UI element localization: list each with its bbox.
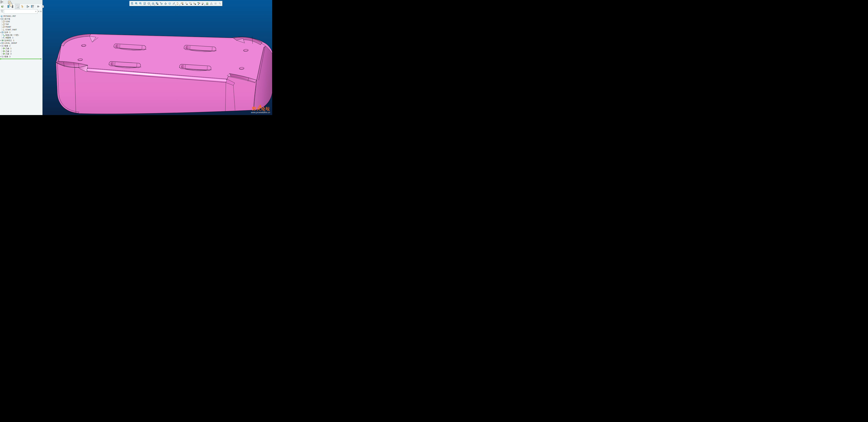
spin-center-icon[interactable] — [197, 2, 200, 5]
tree-connector — [2, 51, 2, 52]
tree-item-label: 设计项 — [4, 18, 10, 21]
tree-item-label: LOCAL_GROUP — [4, 42, 17, 44]
toolbar-separator — [25, 5, 25, 8]
tree-item-label: FRONT — [5, 26, 11, 28]
tree-item-label: 镜像 3 — [4, 55, 10, 58]
tree-filter-bar: ✕ ▼ + — [0, 9, 42, 14]
more-icon[interactable] — [36, 4, 40, 8]
navigator-header — [0, 0, 42, 4]
tree-item-label: 拉伸切口 1 — [4, 39, 14, 42]
navigator-toolbar — [0, 4, 42, 9]
filter-dropdown-icon[interactable]: ▼ — [38, 10, 39, 12]
expand-arrow-icon[interactable] — [1, 32, 1, 33]
zoom-in-icon[interactable] — [135, 2, 138, 5]
tree-item-prt0001[interactable]: PRT0001.PRT — [0, 15, 42, 18]
annotation-display-icon[interactable] — [202, 2, 205, 5]
funnel-icon — [1, 10, 3, 13]
orient-mode-icon[interactable] — [160, 2, 163, 5]
transparent-box-icon[interactable] — [168, 2, 171, 5]
expand-arrow-icon[interactable] — [1, 43, 1, 44]
detach-doc-icon[interactable] — [41, 4, 45, 8]
navigator-panel: ✕ ▼ + PRT0001.PRT 设计项 SIDE TOP FRONT STA… — [0, 0, 42, 115]
zoom-out-icon[interactable] — [139, 2, 142, 5]
tree-item-label: START_PART — [5, 28, 17, 31]
clear-filter-icon[interactable]: ✕ — [35, 10, 37, 12]
axis-display-icon[interactable] — [185, 2, 188, 5]
analysis-icon[interactable] — [210, 2, 213, 5]
tree-item-side[interactable]: SIDE — [0, 20, 42, 23]
tree-filter-input[interactable] — [5, 10, 35, 13]
tree-connector — [2, 24, 2, 25]
tree-columns-icon[interactable] — [30, 4, 34, 8]
drag-box-icon[interactable] — [164, 2, 167, 5]
expand-arrow-icon[interactable] — [1, 40, 1, 41]
flame-icon — [258, 104, 262, 109]
tree-item-label: 凸缘 2 — [5, 50, 11, 53]
tree-connector — [2, 30, 2, 30]
folder-browser-icon[interactable] — [8, 1, 12, 8]
watermark: 野火论坛 www.proewildfire.cn — [251, 107, 270, 113]
tree-item-front[interactable]: FRONT — [0, 26, 42, 28]
watermark-title: 野火论坛 — [252, 107, 270, 111]
section-icon[interactable] — [172, 2, 175, 5]
tree-item-round-1[interactable]: 倒圆角 1 — [0, 36, 42, 39]
toolbar-separator — [35, 5, 35, 8]
tree-item-top[interactable]: TOP — [0, 23, 42, 26]
tree-item-convert-first-wall[interactable]: 转换(第一个壁) — [0, 34, 42, 37]
tree-filter-icon[interactable] — [26, 4, 30, 8]
tree-item-design-items[interactable]: 设计项 — [0, 18, 42, 21]
datum-filters-icon[interactable] — [176, 2, 180, 5]
navigator-tree-icon[interactable] — [1, 1, 3, 4]
insert-indicator[interactable] — [0, 59, 41, 59]
in-graphics-toolbar — [129, 1, 222, 6]
sketch-display-icon[interactable] — [206, 2, 209, 5]
model-tree-icon[interactable] — [1, 4, 4, 8]
view-manager-icon[interactable] — [156, 2, 159, 5]
tree-item-label: 镜像 2 — [4, 44, 10, 47]
add-filter-icon[interactable]: + — [40, 10, 42, 13]
tree-item-label: 倒圆角 1 — [5, 36, 13, 39]
saved-orientations-icon[interactable] — [151, 2, 155, 5]
model-part[interactable] — [56, 34, 272, 114]
tree-item-extrude-cut-1[interactable]: 拉伸切口 1 — [0, 39, 42, 42]
watermark-url: www.proewildfire.cn — [251, 111, 270, 113]
expand-arrow-icon[interactable] — [1, 19, 1, 20]
expand-arrow-icon[interactable] — [1, 45, 1, 46]
tree-item-label: 凸缘 3 — [5, 53, 11, 55]
tree-item-label: 拉伸 1 — [4, 31, 10, 34]
refit-icon[interactable] — [130, 2, 134, 5]
tree-connector — [2, 35, 2, 35]
settings-panel-icon[interactable] — [15, 4, 20, 9]
tree-item-start-part[interactable]: START_PART — [0, 28, 42, 31]
tree-item-label: TOP — [5, 23, 9, 26]
tree-item-flange-2[interactable]: 凸缘 2 — [0, 50, 42, 53]
model-tree: PRT0001.PRT 设计项 SIDE TOP FRONT START_PAR… — [0, 14, 42, 58]
tree-item-label: 凸缘 1 — [5, 47, 11, 50]
tree-item-label: SIDE — [5, 20, 10, 23]
plane-display-icon[interactable] — [181, 2, 184, 5]
toolbar-separator — [5, 5, 5, 8]
resume-icon[interactable] — [218, 2, 221, 5]
tree-item-local-group[interactable]: LOCAL_GROUP — [0, 42, 42, 44]
tree-item-mirror-2[interactable]: 镜像 2 — [0, 44, 42, 47]
tree-item-label: PRT0001.PRT — [3, 15, 16, 18]
display-style-icon[interactable] — [147, 2, 150, 5]
tree-item-flange-1[interactable]: 凸缘 1 — [0, 47, 42, 50]
tree-item-extrude-1[interactable]: 拉伸 1 — [0, 31, 42, 34]
tree-item-label: 转换(第一个壁) — [5, 34, 19, 37]
tree-item-flange-3[interactable]: 凸缘 3 — [0, 53, 42, 55]
expand-arrow-icon[interactable] — [1, 56, 1, 57]
repaint-icon[interactable] — [143, 2, 146, 5]
csys-display-icon[interactable] — [193, 2, 196, 5]
select-hand-icon[interactable] — [20, 4, 24, 8]
point-display-icon[interactable] — [189, 2, 192, 5]
tree-item-mirror-3[interactable]: 镜像 3 — [0, 55, 42, 58]
pause-icon[interactable] — [214, 2, 217, 5]
